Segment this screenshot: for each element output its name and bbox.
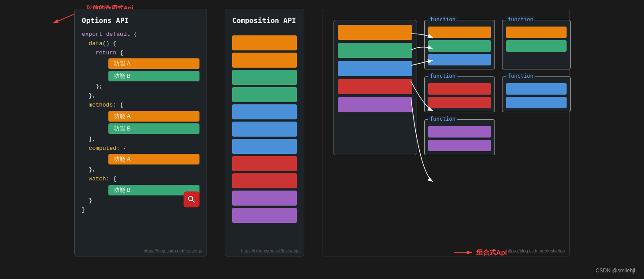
svg-line-3	[192, 200, 195, 203]
function-box-3: function	[424, 76, 495, 112]
computed-features: 功能 A	[108, 154, 199, 164]
main-block-red-1	[338, 79, 412, 94]
function-box-5: function	[424, 119, 495, 155]
functions-watermark: https://blog.csdn.net/fesfsefgs	[506, 248, 565, 253]
fb4-blue-2	[506, 97, 567, 108]
main-container: 以前的选项式Api Options API export default { d…	[0, 0, 644, 279]
bottom-arrow-svg	[452, 246, 474, 259]
main-block-purple-1	[338, 97, 412, 112]
function-box-1: function	[424, 20, 495, 69]
fb4-blue	[506, 83, 567, 95]
fb5-purple-2	[428, 140, 491, 151]
comp-block-3	[232, 70, 297, 85]
fb2-green	[506, 40, 567, 52]
code-line-11: }	[82, 196, 199, 206]
main-block-orange-1	[338, 25, 412, 40]
main-column	[333, 20, 417, 155]
composition-watermark: https://blog.csdn.net/fesfsefgs	[241, 248, 299, 253]
function-label-3: function	[428, 73, 457, 79]
code-line-1: export default {	[82, 30, 199, 39]
csdn-watermark: CSDN @smilehji	[595, 268, 635, 274]
code-line-10: watch: {	[82, 175, 199, 184]
code-line-9: },	[82, 165, 199, 175]
data-feature-a: 功能 A	[108, 58, 199, 69]
comp-block-6	[232, 122, 297, 137]
panel-functions: function function function function	[322, 9, 570, 256]
code-line-3: return {	[82, 49, 199, 58]
composition-api-title: Composition API	[232, 16, 297, 25]
function-box-2: function	[502, 20, 571, 69]
code-line-2: data() {	[82, 39, 199, 49]
empty-cell	[502, 119, 571, 155]
svg-point-2	[188, 196, 193, 201]
code-line-8: computed: {	[82, 144, 199, 153]
fb2-orange	[506, 27, 567, 38]
comp-block-9	[232, 173, 297, 188]
methods-feature-b: 功能 B	[108, 123, 199, 134]
code-line-4: };	[82, 82, 199, 92]
data-features: 功能 A 功能 B	[108, 58, 199, 81]
fb5-purple	[428, 126, 491, 138]
code-block: export default { data() { return { 功能 A …	[82, 30, 199, 215]
options-watermark: https://blog.csdn.net/fesfsefgs	[144, 248, 202, 253]
main-block-blue-1	[338, 61, 412, 76]
data-feature-b: 功能 B	[108, 71, 199, 81]
comp-block-1	[232, 35, 297, 50]
search-icon	[187, 195, 196, 204]
fb1-blue	[428, 54, 491, 65]
comp-block-11	[232, 208, 297, 223]
options-api-title: Options API	[82, 16, 199, 25]
function-label-5: function	[428, 116, 457, 122]
function-box-4: function	[502, 76, 571, 112]
search-button[interactable]	[184, 191, 199, 207]
code-line-6: methods: {	[82, 101, 199, 110]
panel-options-api: Options API export default { data() { re…	[74, 9, 207, 256]
fb1-green	[428, 40, 491, 52]
fb1-orange	[428, 27, 491, 38]
comp-block-4	[232, 87, 297, 102]
code-line-5: },	[82, 92, 199, 101]
composition-blocks	[232, 35, 297, 223]
bottom-annotation-text: 组合式Api	[476, 248, 507, 257]
methods-features: 功能 A 功能 B	[108, 111, 199, 134]
function-label-4: function	[506, 73, 535, 79]
comp-block-10	[232, 191, 297, 206]
computed-feature-a: 功能 A	[108, 154, 199, 164]
code-line-12: }	[82, 206, 199, 215]
fb3-red-2	[428, 97, 491, 108]
main-block-green-1	[338, 43, 412, 58]
comp-block-2	[232, 53, 297, 68]
comp-block-5	[232, 104, 297, 119]
function-label-2: function	[506, 16, 535, 23]
comp-block-7	[232, 139, 297, 154]
methods-feature-a: 功能 A	[108, 111, 199, 122]
comp-block-8	[232, 156, 297, 171]
function-label-1: function	[428, 16, 457, 23]
panel-composition-api: Composition API https://blog.csdn.net/fe…	[225, 9, 304, 256]
fb3-red	[428, 83, 491, 95]
code-line-7: },	[82, 135, 199, 144]
bottom-annotation: 组合式Api	[452, 246, 507, 259]
function-grid: function function function function	[330, 16, 562, 159]
